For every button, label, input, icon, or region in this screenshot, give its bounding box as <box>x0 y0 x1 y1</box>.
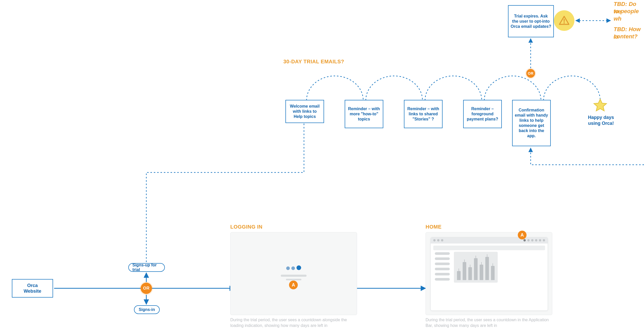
tbd-note-2b: content? <box>614 33 638 40</box>
warning-icon <box>554 10 574 31</box>
start-box-line2: Website <box>24 288 41 294</box>
chart-mock-icon <box>454 252 498 283</box>
pill-signs-in: Signs-in <box>134 305 160 314</box>
browser-mock <box>430 237 548 311</box>
email-box-confirmation: Confirmation email with handy links to h… <box>512 100 551 146</box>
heading-home: HOME <box>426 224 442 230</box>
start-box-line1: Orca <box>27 283 38 289</box>
loader-dots-icon <box>281 265 307 271</box>
loader-bar-short <box>286 279 301 280</box>
pill-signs-up: Signs-up for trial <box>128 263 165 272</box>
marker-a-logging-in: A <box>289 281 298 289</box>
email-box-reminder-stories: Reminder – with links to shared "Stories… <box>404 100 443 128</box>
heading-logging-in: LOGGING IN <box>230 224 262 230</box>
star-icon <box>592 98 608 113</box>
happy-days-label: Happy days using Orca! <box>587 115 615 126</box>
caption-home: During the trial period, the user sees a… <box>426 317 552 329</box>
marker-a-home: A <box>518 231 527 239</box>
trial-expires-box: Trial expires. Ask the user to opt-into … <box>508 5 554 37</box>
flow-canvas: 30-DAY TRIAL EMAILS? Welcome email with … <box>0 0 644 330</box>
or-badge-main: OR <box>141 283 152 294</box>
or-badge-top: OR <box>526 69 535 78</box>
heading-trial-emails: 30-DAY TRIAL EMAILS? <box>283 59 344 65</box>
svg-point-7 <box>564 22 565 24</box>
email-box-reminder-howto: Reminder – with more "how-to" topics <box>345 100 383 128</box>
start-box-orca-website: Orca Website <box>12 279 53 298</box>
mock-home <box>426 232 552 315</box>
sidebar-mock <box>433 252 451 308</box>
loader-bar <box>281 275 307 277</box>
email-box-welcome: Welcome email with links to Help topics <box>285 100 324 123</box>
mock-logging-in <box>230 232 357 315</box>
caption-logging-in: During the trial period, the user sees a… <box>230 317 357 329</box>
tbd-note-1b: to people wh <box>614 8 644 22</box>
email-box-reminder-payment: Reminder – foreground payment plans? <box>463 100 502 128</box>
